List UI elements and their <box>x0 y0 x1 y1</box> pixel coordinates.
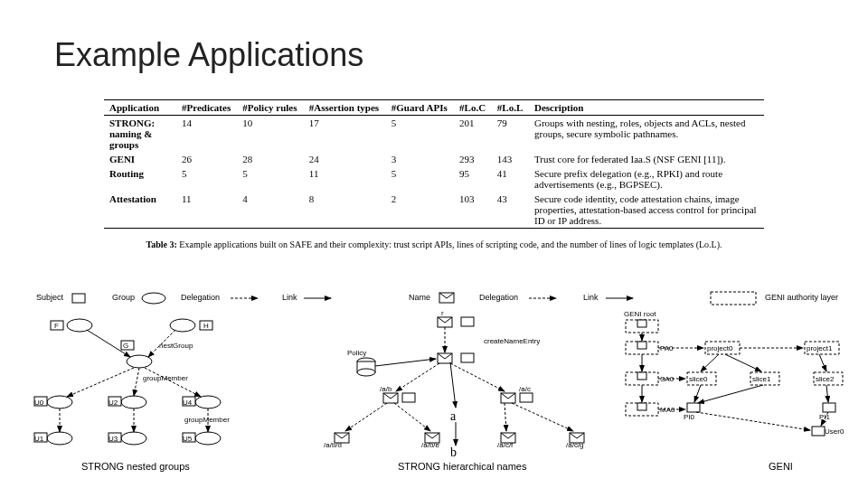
svg-text:slice0: slice0 <box>689 375 708 383</box>
col-header: #Guard APIs <box>386 100 454 116</box>
svg-line-19 <box>145 368 201 397</box>
svg-text:F: F <box>54 322 59 330</box>
svg-rect-106 <box>687 403 700 412</box>
svg-line-116 <box>696 412 810 430</box>
svg-point-15 <box>121 396 146 408</box>
slide-title: Example Applications <box>54 36 363 74</box>
auth-icon <box>711 292 756 305</box>
svg-rect-103 <box>637 403 646 410</box>
svg-text:U4: U4 <box>183 399 193 407</box>
svg-point-9 <box>127 355 152 368</box>
col-header: #Policy rules <box>237 100 303 116</box>
table-caption: Table 3: Example applications built on S… <box>104 239 764 249</box>
svg-text:U0: U0 <box>34 399 44 407</box>
col-header: Application <box>104 100 176 116</box>
svg-text:/a/c/f: /a/c/f <box>497 441 514 449</box>
svg-text:groupMember: groupMember <box>184 416 230 424</box>
svg-text:/a/c: /a/c <box>519 385 531 393</box>
svg-point-14 <box>47 396 72 408</box>
svg-point-28 <box>121 432 146 445</box>
svg-text:GENI root: GENI root <box>624 310 656 318</box>
col-header: #Lo.L <box>492 100 529 116</box>
fig-mid-caption: STRONG hierarchical names <box>398 461 526 472</box>
svg-rect-53 <box>402 393 415 402</box>
fig-right-caption: GENI <box>769 461 793 472</box>
legend-delegation: Delegation <box>181 293 220 302</box>
svg-text:Policy: Policy <box>347 349 366 357</box>
svg-rect-48 <box>461 353 474 362</box>
svg-text:nestGroup: nestGroup <box>159 342 193 350</box>
legend-subject: Subject <box>36 293 64 302</box>
svg-text:project0: project0 <box>707 344 733 352</box>
svg-point-45 <box>357 369 375 376</box>
applications-table: Application#Predicates#Policy rules#Asse… <box>104 99 764 249</box>
svg-text:PI1: PI1 <box>819 413 831 421</box>
col-header: #Predicates <box>176 100 237 116</box>
envelope-icon <box>439 293 454 303</box>
svg-text:r: r <box>441 309 444 317</box>
legend-delegation-r: Delegation <box>479 293 518 302</box>
svg-line-57 <box>396 363 439 391</box>
svg-text:createNameEntry: createNameEntry <box>484 337 540 345</box>
table-row: Attestation1148210343Secure code identit… <box>104 192 764 229</box>
svg-text:slice2: slice2 <box>816 375 835 383</box>
col-header: #Lo.C <box>454 100 492 116</box>
svg-text:/a/c/g: /a/c/g <box>566 441 584 449</box>
svg-rect-89 <box>637 372 646 380</box>
svg-line-17 <box>67 368 134 397</box>
svg-text:a: a <box>450 409 457 423</box>
legend-row: Subject Group Delegation Link Name Deleg… <box>36 291 850 311</box>
svg-text:U3: U3 <box>108 435 118 443</box>
svg-rect-108 <box>823 403 835 412</box>
svg-text:slice1: slice1 <box>752 375 771 383</box>
svg-text:PA0: PA0 <box>660 344 674 352</box>
legend-name: Name <box>409 293 430 302</box>
svg-rect-79 <box>637 342 646 349</box>
subject-icon <box>72 294 85 303</box>
legend-link-r: Link <box>583 293 599 302</box>
svg-point-27 <box>47 432 72 445</box>
col-header: #Assertion types <box>304 100 386 116</box>
svg-line-73 <box>450 362 456 408</box>
svg-text:G: G <box>123 342 128 350</box>
svg-point-6 <box>170 319 195 332</box>
svg-line-99 <box>701 354 719 371</box>
table-row: Routing551159541Secure prefix delegation… <box>104 166 764 192</box>
svg-point-16 <box>195 396 221 408</box>
svg-text:U1: U1 <box>34 435 44 443</box>
svg-line-18 <box>134 368 139 396</box>
fig-left-caption: STRONG nested groups <box>81 461 190 472</box>
legend-group: Group <box>112 293 135 302</box>
svg-line-113 <box>826 385 828 402</box>
svg-text:U2: U2 <box>108 399 118 407</box>
svg-line-58 <box>450 363 505 391</box>
svg-point-29 <box>195 432 221 445</box>
col-header: Description <box>529 100 764 116</box>
svg-rect-77 <box>637 320 646 327</box>
svg-text:PI0: PI0 <box>684 413 695 421</box>
legend-link-l: Link <box>282 293 297 302</box>
svg-text:b: b <box>450 446 457 459</box>
svg-point-5 <box>67 319 92 332</box>
geni-diagram: GENI root PA0 project0 project1 SA0 slic… <box>597 309 868 472</box>
svg-line-69 <box>505 403 506 431</box>
svg-text:/a/b/e: /a/b/e <box>421 441 440 449</box>
svg-line-68 <box>394 403 430 431</box>
svg-line-111 <box>694 385 701 402</box>
svg-line-70 <box>512 403 573 431</box>
svg-text:project1: project1 <box>807 344 833 352</box>
svg-text:H: H <box>203 322 209 330</box>
svg-line-101 <box>819 354 826 371</box>
svg-text:U5: U5 <box>183 435 193 443</box>
svg-line-112 <box>698 385 763 403</box>
legend-auth: GENI authority layer <box>765 293 838 302</box>
group-icon <box>142 293 165 304</box>
svg-rect-56 <box>520 393 533 402</box>
svg-line-67 <box>345 403 387 431</box>
svg-rect-114 <box>812 427 825 436</box>
policy-icon <box>357 358 375 376</box>
table-row: GENI2628243293143Trust core for federate… <box>104 152 764 166</box>
table-row: STRONG: naming & groups141017520179Group… <box>104 116 764 153</box>
strong-hierarchical-names-diagram: r createNameEntry Policy /a/b /a/c /a/b/… <box>289 312 606 474</box>
strong-nested-groups-diagram: F H G nestGroup groupMember U0 U2 U4 gro… <box>33 312 304 474</box>
